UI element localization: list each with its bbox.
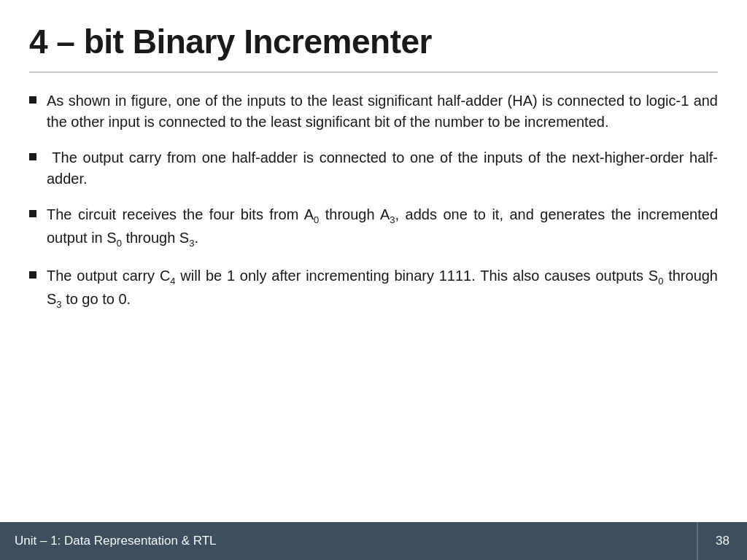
bullet-text: The output carry C4 will be 1 only after… <box>47 265 718 312</box>
footer-label: Unit – 1: Data Representation & RTL <box>0 522 697 560</box>
bullet-marker <box>29 210 36 217</box>
slide-container: 4 – bit Binary Incrementer As shown in f… <box>0 0 747 560</box>
bullet-text: The output carry from one half-adder is … <box>47 147 718 190</box>
list-item: The output carry C4 will be 1 only after… <box>29 265 718 312</box>
list-item: The output carry from one half-adder is … <box>29 147 718 190</box>
bullet-text: As shown in figure, one of the inputs to… <box>47 90 718 133</box>
bullet-list: As shown in figure, one of the inputs to… <box>29 90 718 502</box>
bullet-marker <box>29 96 36 104</box>
bullet-text: The circuit receives the four bits from … <box>47 204 718 251</box>
list-item: The circuit receives the four bits from … <box>29 204 718 251</box>
slide-title: 4 – bit Binary Incrementer <box>29 22 718 73</box>
bullet-marker <box>29 153 36 160</box>
footer-page-number: 38 <box>697 522 747 560</box>
list-item: As shown in figure, one of the inputs to… <box>29 90 718 133</box>
bullet-marker <box>29 271 36 279</box>
slide-footer: Unit – 1: Data Representation & RTL 38 <box>0 522 747 560</box>
